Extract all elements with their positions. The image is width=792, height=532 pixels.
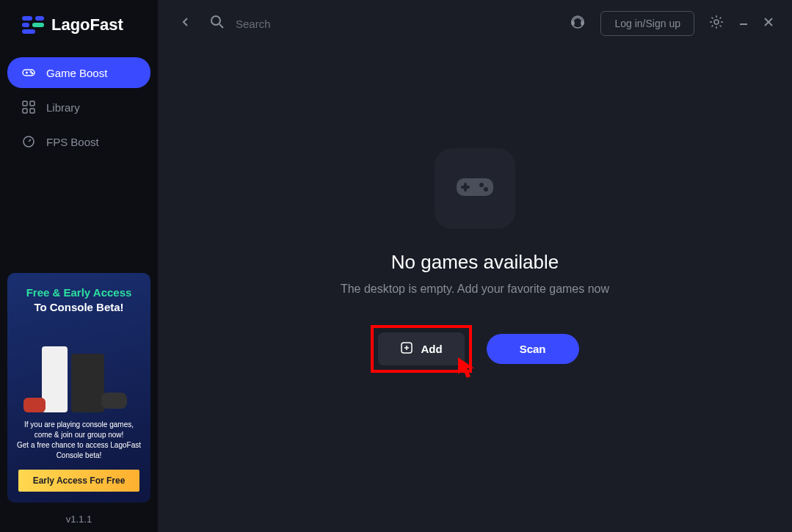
promo-card[interactable]: Free & Early Access To Console Beta! If … bbox=[7, 273, 150, 503]
plus-icon bbox=[400, 341, 413, 357]
svg-rect-4 bbox=[22, 29, 35, 34]
svg-rect-2 bbox=[22, 23, 29, 27]
sidebar-item-fps-boost[interactable]: FPS Boost bbox=[7, 126, 150, 157]
svg-rect-1 bbox=[35, 16, 44, 21]
svg-point-29 bbox=[484, 187, 488, 192]
version-label: v1.1.1 bbox=[7, 514, 150, 525]
promo-image bbox=[16, 324, 142, 412]
promo-title-2: To Console Beta! bbox=[16, 301, 142, 313]
scan-button[interactable]: Scan bbox=[487, 334, 579, 364]
add-button-highlight: Add bbox=[371, 325, 471, 373]
search-container bbox=[210, 15, 555, 32]
svg-point-28 bbox=[479, 183, 484, 187]
add-button-label: Add bbox=[421, 343, 442, 355]
app-name: LagoFast bbox=[51, 15, 123, 34]
login-button[interactable]: Log in/Sign up bbox=[600, 11, 694, 36]
svg-point-16 bbox=[211, 16, 220, 25]
back-button[interactable] bbox=[176, 12, 195, 34]
gamepad-icon bbox=[22, 66, 35, 79]
minimize-button[interactable] bbox=[738, 17, 749, 30]
svg-rect-12 bbox=[23, 109, 27, 113]
nav-menu: Game Boost Library FPS Boost bbox=[7, 57, 150, 157]
svg-line-15 bbox=[29, 139, 31, 142]
sidebar-item-label: FPS Boost bbox=[46, 136, 99, 148]
svg-line-17 bbox=[219, 24, 223, 28]
close-button[interactable] bbox=[763, 17, 774, 30]
window-controls bbox=[738, 17, 774, 30]
svg-point-8 bbox=[30, 71, 31, 72]
sidebar-item-game-boost[interactable]: Game Boost bbox=[7, 57, 150, 88]
empty-subtitle: The desktop is empty. Add your favorite … bbox=[341, 283, 609, 296]
svg-rect-27 bbox=[461, 186, 470, 189]
logo-icon bbox=[22, 15, 44, 35]
promo-text: If you are playing console games, come &… bbox=[16, 420, 142, 461]
sidebar-item-library[interactable]: Library bbox=[7, 92, 150, 123]
gamepad-large-icon bbox=[455, 174, 495, 203]
logo: LagoFast bbox=[7, 15, 150, 57]
topbar: Log in/Sign up bbox=[158, 0, 792, 47]
svg-point-9 bbox=[32, 73, 32, 73]
support-icon[interactable] bbox=[570, 14, 586, 33]
speedometer-icon bbox=[22, 135, 35, 148]
sidebar-item-label: Game Boost bbox=[46, 67, 107, 79]
search-icon bbox=[210, 15, 225, 32]
cursor-annotation-icon bbox=[454, 354, 480, 386]
content: No games available The desktop is empty.… bbox=[158, 47, 792, 532]
sidebar-item-label: Library bbox=[46, 101, 80, 114]
svg-rect-20 bbox=[581, 21, 584, 25]
promo-button[interactable]: Early Access For Free bbox=[18, 470, 140, 492]
svg-rect-3 bbox=[32, 23, 44, 27]
promo-title-1: Free & Early Access bbox=[16, 286, 142, 299]
svg-rect-11 bbox=[30, 101, 34, 106]
svg-point-21 bbox=[714, 20, 719, 24]
grid-icon bbox=[22, 101, 35, 114]
topbar-right: Log in/Sign up bbox=[570, 11, 774, 36]
sidebar: LagoFast Game Boost bbox=[0, 0, 158, 532]
svg-rect-13 bbox=[30, 109, 34, 113]
settings-icon[interactable] bbox=[709, 15, 724, 32]
empty-state: No games available The desktop is empty.… bbox=[341, 148, 609, 373]
svg-rect-19 bbox=[572, 21, 574, 25]
svg-rect-0 bbox=[22, 16, 32, 21]
search-input[interactable] bbox=[236, 18, 555, 30]
add-button[interactable]: Add bbox=[378, 332, 464, 365]
main-area: Log in/Sign up bbox=[158, 0, 792, 532]
action-buttons: Add Scan bbox=[371, 325, 578, 373]
empty-title: No games available bbox=[391, 251, 559, 274]
gamepad-placeholder bbox=[435, 148, 515, 229]
svg-rect-10 bbox=[23, 101, 27, 106]
